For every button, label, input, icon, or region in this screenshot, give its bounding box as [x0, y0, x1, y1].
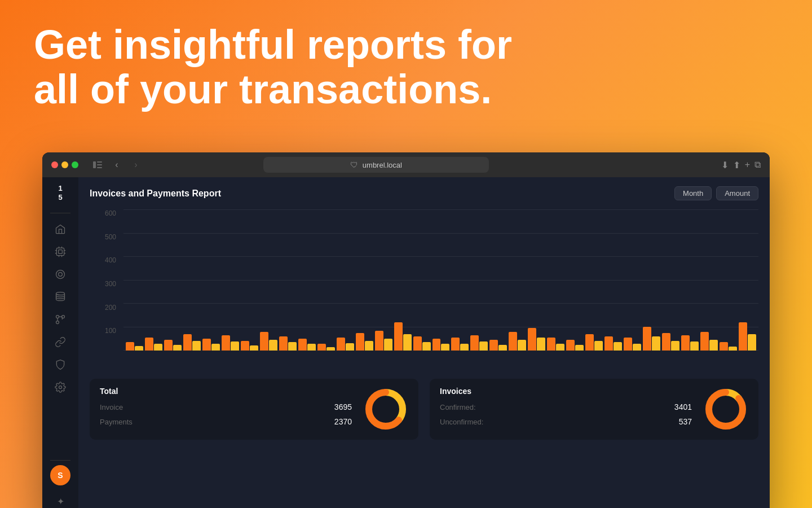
bar-group	[241, 209, 258, 351]
new-tab-icon[interactable]: +	[745, 160, 750, 170]
svg-point-14	[56, 270, 65, 279]
tabs-icon[interactable]: ⧉	[754, 160, 761, 170]
bar-yellow	[441, 344, 449, 351]
bar-group	[700, 209, 718, 351]
bar-orange	[489, 340, 498, 351]
total-rows: Total Invoice 3695 Payments 2370	[100, 387, 352, 432]
bar-orange	[375, 331, 383, 351]
sidebar-item-database[interactable]	[50, 287, 70, 307]
sidebar-item-git[interactable]	[50, 309, 70, 330]
y-label-500: 500	[90, 233, 121, 241]
traffic-lights	[51, 161, 78, 168]
maximize-button[interactable]	[72, 161, 78, 168]
invoices-rows: Invoices Confirmed: 3401 Unconfirmed: 53…	[440, 387, 692, 432]
bar-yellow	[652, 336, 660, 351]
bar-orange	[585, 334, 594, 351]
chart-y-labels: 600 500 400 300 200 100	[90, 209, 121, 351]
bar-group	[298, 209, 316, 351]
sidebar-item-cpu[interactable]	[50, 242, 70, 262]
total-panel-inner: Total Invoice 3695 Payments 2370	[100, 387, 408, 432]
browser-window: ‹ › 🛡 umbrel.local ⬇ ⬆ + ⧉ 15	[42, 152, 770, 508]
sidebar-star-icon[interactable]: ✦	[50, 491, 70, 508]
bar-orange	[241, 341, 249, 351]
bar-yellow	[173, 345, 182, 351]
bar-group	[624, 209, 641, 351]
bar-yellow	[326, 347, 335, 351]
bar-orange	[681, 335, 690, 351]
bar-yellow	[307, 344, 316, 351]
bar-orange	[298, 339, 307, 351]
bar-group	[260, 209, 277, 351]
bar-orange	[451, 338, 460, 351]
bar-yellow	[748, 334, 756, 351]
report-title: Invoices and Payments Report	[90, 189, 221, 199]
svg-point-20	[59, 386, 62, 389]
sidebar-toggle-icon[interactable]	[90, 157, 105, 173]
invoices-panel: Invoices Confirmed: 3401 Unconfirmed: 53…	[430, 379, 758, 440]
chart-area: 600 500 400 300 200 100	[90, 209, 758, 367]
sidebar-avatar[interactable]: S	[50, 465, 70, 485]
bar-group	[509, 209, 526, 351]
y-label-400: 400	[90, 256, 121, 264]
back-button[interactable]: ‹	[109, 157, 125, 173]
bar-group	[279, 209, 297, 351]
svg-rect-4	[56, 248, 64, 256]
bar-group	[585, 209, 603, 351]
sidebar-item-link[interactable]	[50, 332, 70, 352]
stats-section: Total Invoice 3695 Payments 2370	[90, 379, 758, 440]
bar-group	[451, 209, 469, 351]
bar-group	[145, 209, 162, 351]
bar-yellow	[690, 341, 699, 351]
download-icon[interactable]: ⬇	[721, 160, 729, 170]
bar-orange	[566, 340, 575, 351]
bar-group	[470, 209, 488, 351]
invoices-donut	[703, 387, 748, 432]
unconfirmed-label: Unconfirmed:	[440, 418, 483, 426]
svg-point-17	[56, 316, 59, 318]
total-title: Total	[100, 387, 352, 396]
bar-yellow	[269, 340, 277, 351]
bar-orange	[643, 327, 651, 351]
bar-orange	[604, 336, 613, 351]
svg-point-18	[56, 321, 59, 324]
svg-point-16	[56, 292, 65, 295]
forward-button[interactable]: ›	[128, 157, 144, 173]
bar-group	[375, 209, 392, 351]
bar-group	[643, 209, 660, 351]
bar-group	[433, 209, 450, 351]
confirmed-row: Confirmed: 3401	[440, 402, 692, 411]
bar-orange	[413, 336, 422, 351]
bar-yellow	[250, 345, 258, 351]
bar-orange	[470, 335, 479, 351]
bar-group	[681, 209, 699, 351]
sidebar-item-settings[interactable]	[50, 377, 70, 397]
bar-yellow	[518, 340, 526, 351]
bar-yellow	[346, 343, 354, 351]
invoice-value: 3695	[334, 402, 352, 411]
address-bar[interactable]: 🛡 umbrel.local	[263, 157, 489, 173]
bar-yellow	[556, 344, 564, 351]
browser-chrome: ‹ › 🛡 umbrel.local ⬇ ⬆ + ⧉	[42, 152, 770, 177]
bar-yellow	[479, 341, 488, 351]
bar-group	[337, 209, 354, 351]
sidebar-item-home[interactable]	[50, 219, 70, 239]
amount-button[interactable]: Amount	[716, 186, 758, 200]
bar-yellow	[211, 344, 220, 351]
shield-icon: 🛡	[350, 160, 358, 169]
sidebar-item-circle[interactable]	[50, 264, 70, 284]
bar-yellow	[231, 341, 239, 351]
close-button[interactable]	[51, 161, 58, 168]
bar-orange	[720, 342, 728, 351]
bar-group	[126, 209, 143, 351]
share-icon[interactable]: ⬆	[733, 160, 740, 170]
bar-yellow	[422, 342, 431, 351]
bar-yellow	[633, 344, 641, 351]
month-button[interactable]: Month	[674, 186, 712, 200]
bar-orange	[547, 338, 555, 351]
svg-rect-1	[97, 161, 102, 163]
bar-yellow	[614, 342, 622, 351]
minimize-button[interactable]	[61, 161, 68, 168]
sidebar-item-shield[interactable]	[50, 354, 70, 375]
total-panel: Total Invoice 3695 Payments 2370	[90, 379, 418, 440]
bar-yellow	[575, 345, 584, 351]
